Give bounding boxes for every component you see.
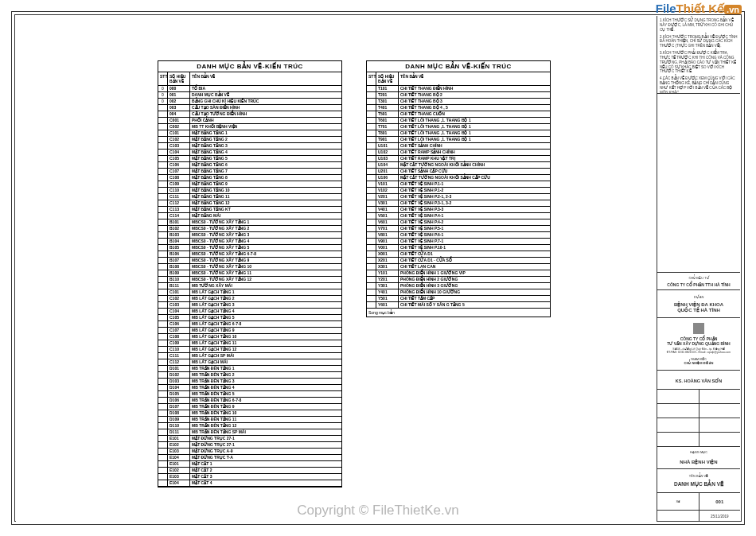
cell-stt: 0 [158,86,168,91]
logo-file: File [656,2,676,15]
cell-code: E103 [168,474,190,480]
cell-stt [367,181,376,187]
cell-name: CHI TIẾT VỆ SINH P.6-1 [399,232,550,238]
cell-code: C002 [168,124,190,130]
tb-spacer [657,94,740,273]
col-header-stt: STT [158,72,168,85]
cell-name: MẶT BẰNG TẦNG 8 [190,175,341,181]
tb-project: DỰ ÁN BỆNH VIỆN ĐA KHOA QUỐC TẾ HÀ TĨNH [657,290,740,318]
cell-name: MB LÁT GẠCH TẦNG 1 [190,289,341,295]
cell-stt [158,283,168,289]
cell-stt [158,200,168,206]
cell-stt [158,175,168,181]
cell-code: C001 [168,118,190,123]
cell-code: X001 [376,251,399,257]
table-row: T201CHI TIẾT THANG BỘ 2 [367,92,550,99]
cell-code: B102 [168,226,190,231]
sign-cell [699,418,741,432]
cell-name: MB LÁT GẠCH TẦNG 3 [190,302,341,308]
cell-code: B103 [168,232,190,238]
cell-stt [367,92,376,98]
table-row: V101CHI TIẾT VỆ SINH P.1-1 [367,181,550,188]
cell-code: D103 [168,379,190,384]
cell-name: MBCS0 - TƯỜNG XÂY TẦNG 11 [190,270,341,276]
cell-stt [158,105,168,111]
cell-code: V801 [376,232,399,238]
cell-name: MẶT CẮT 3 [190,474,341,480]
cell-code: 003 [168,105,190,111]
cell-name: MBCS0 - TƯỜNG XÂY TẦNG 10 [190,264,341,270]
cell-stt [367,194,376,200]
cell-name: BẢNG GHI CHÚ KÍ HIỆU KIẾN TRÚC [190,99,341,104]
cell-name: CHI TIẾT CỬA D1 [399,251,550,257]
table-row: C102MB LÁT GẠCH TẦNG 2 [158,296,341,302]
cell-code: E102 [168,442,190,448]
cell-stt [158,468,168,473]
cell-name: MẶT ĐỨNG TRỤC 27-1 [190,442,341,448]
cell-stt [367,99,376,104]
table-row: B109MBCS0 - TƯỜNG XÂY TẦNG 11 [158,270,341,277]
cell-code: T701 [376,124,399,130]
cell-name: MBCS0 - TƯỜNG XÂY TẦNG 2 [190,226,341,231]
cell-name: MB TRẦN ĐÈN TẦNG 5 [190,391,341,397]
table-row: B101MBCS0 - TƯỜNG XÂY TẦNG 1 [158,219,341,226]
cell-name: PHÒNG ĐIỂN HÌNH 10 GIƯỜNG [399,289,550,295]
note-line: 3.KÍCH THƯỚC PHẢI ĐƯỢC KIỂM TRA, THỰC TẾ… [660,51,738,74]
table-row: Y601CHI TIẾT MÁI SỐ Y SÂN G TẦNG 5 [367,302,550,309]
cell-name: CHI TIẾT LÕI THANG ,1. THANG BỘ 1 [399,130,550,136]
table-row: D105MB TRẦN ĐÈN TẦNG 5 [158,391,341,398]
table-row: Y301PHÒNG ĐIỂN HÌNH 3 GIƯỜNG [367,283,550,289]
cell-name: CHI TIẾT SẢNH CHÍNH [399,143,550,149]
table-row: C109MẶT BẰNG TẦNG 9 [158,181,341,188]
cell-name: PHÒNG ĐIỂN HÌNH 2 GIƯỜNG [399,277,550,282]
cell-stt [158,251,168,257]
cell-code: Y201 [376,277,399,282]
table-row: C112MB LÁT GẠCH MÁI [158,359,341,366]
cell-code: E104 [168,480,190,486]
table-row: C107MB LÁT GẠCH TẦNG 9 [158,328,341,334]
col-header-ten: TÊN BẢN VẼ [399,72,550,85]
tb-sign-row [657,433,740,447]
table-row: C106MẶT BẰNG TẦNG 6 [158,162,341,169]
note-line: 1.KÍCH THƯỚC SỬ DỤNG TRONG BẢN VẼ NÀY ĐƯ… [660,18,738,33]
title-block: 1.KÍCH THƯỚC SỬ DỤNG TRONG BẢN VẼ NÀY ĐƯ… [657,16,740,522]
cell-stt [367,143,376,149]
cell-name: CHI TIẾT THANG BỘ 3 [399,99,550,104]
cell-name: MẶT ĐỨNG TRỤC 27-1 [190,436,341,441]
table-row: U102CHI TIẾT RAMP SẢNH CHÍNH [367,150,550,156]
cell-stt [158,213,168,219]
cell-code: V701 [376,226,399,231]
sign-cell [657,390,699,403]
table-row: C104MẶT BẰNG TẦNG 4 [158,150,341,156]
cell-stt [367,245,376,251]
cell-stt [158,321,168,327]
cell-name: MB LÁT GẠCH TẦNG 4 [190,309,341,314]
cell-code: T901 [376,137,399,142]
cell-name: MB LÁT GẠCH TẦNG 9 [190,328,341,333]
cell-stt [158,156,168,161]
cell-code: V901 [376,239,399,244]
cell-code: D110 [168,423,190,429]
sheet-number: 001 [699,493,741,510]
cell-code: B106 [168,251,190,257]
tb-drawing-title: TÊN BẢN VẼ DANH MỤC BẢN VẼ [657,469,740,493]
cell-code: U103 [376,156,399,161]
table-row: E102MẶT CẮT 2 [158,468,341,474]
cell-code: C109 [168,181,190,187]
cell-name: CHI TIẾT MÁI SỐ Y SÂN G TẦNG 5 [399,302,550,308]
cell-stt [367,302,376,308]
table-row: T701CHI TIẾT LÕI THANG ,1. THANG BỘ 1 [367,124,550,130]
table-row: C112MẶT BẰNG TẦNG 12 [158,200,341,207]
table-row: T101CHI TIẾT THANG ĐIỂN HÌNH [367,86,550,92]
table-row: T901CHI TIẾT LÕI THANG ,1. THANG BỘ 1 [367,137,550,143]
cell-code: T501 [376,111,399,117]
table-row: U101CHI TIẾT SẢNH CHÍNH [367,143,550,150]
table-row: T801CHI TIẾT LÕI THANG ,1. THANG BỘ 1 [367,130,550,137]
cell-stt [158,417,168,422]
table-row: C105MB LÁT GẠCH TẦNG 5 [158,315,341,321]
cell-code: C110 [168,188,190,193]
col-header-sh: SỐ HIỆU BẢN VẼ [168,72,190,85]
cell-name: CHI TIẾT THANG BỘ 4 , 5 [399,105,550,111]
table-row: C002MB TT KHỐI BỆNH VIỆN [158,124,341,130]
cell-stt [158,302,168,308]
